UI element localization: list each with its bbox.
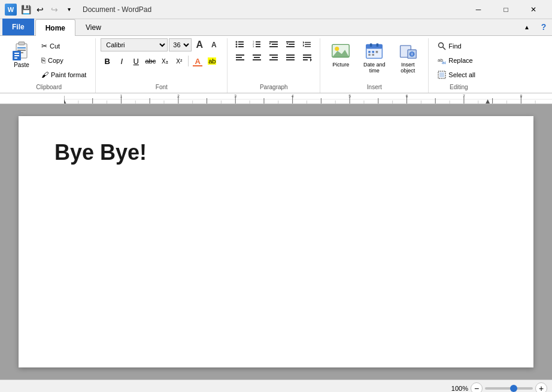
svg-rect-2 — [17, 47, 26, 48]
align-center-button[interactable] — [249, 51, 265, 63]
svg-rect-6 — [14, 53, 19, 54]
copy-button[interactable]: ⎘ Copy — [37, 54, 90, 67]
paragraph-settings-button[interactable] — [299, 51, 315, 63]
help-button[interactable]: ? — [535, 19, 552, 35]
svg-rect-48 — [303, 59, 308, 60]
font-color-icon: A — [195, 57, 201, 66]
svg-point-67 — [439, 43, 444, 48]
svg-text:6: 6 — [406, 94, 408, 98]
strikethrough-button[interactable]: abc — [144, 54, 157, 68]
picture-button[interactable]: Picture — [325, 38, 356, 77]
font-size-controls: A A — [193, 38, 220, 51]
datetime-button[interactable]: Date and time — [359, 38, 390, 77]
justify-button[interactable] — [283, 51, 298, 63]
align-right-button[interactable] — [266, 51, 281, 63]
tab-view[interactable]: View — [75, 19, 111, 35]
document-text[interactable]: Bye Bye! — [54, 140, 498, 165]
svg-marker-49 — [310, 58, 312, 62]
increase-indent-button[interactable] — [266, 38, 281, 50]
highlight-button[interactable]: ab — [205, 54, 219, 68]
maximize-button[interactable]: □ — [492, 0, 520, 19]
svg-rect-40 — [269, 54, 278, 56]
select-all-button[interactable]: Select all — [433, 68, 480, 81]
svg-rect-29 — [305, 42, 311, 43]
window-controls: ─ □ ✕ — [465, 0, 547, 19]
save-button[interactable]: 💾 — [19, 3, 32, 16]
app-icon: W — [5, 4, 17, 16]
quick-access-dropdown[interactable]: ▾ — [62, 3, 75, 16]
subscript-button[interactable]: X₂ — [158, 54, 171, 68]
svg-rect-27 — [286, 46, 295, 47]
minimize-button[interactable]: ─ — [465, 0, 492, 19]
svg-line-68 — [443, 47, 446, 50]
superscript-button[interactable]: X² — [172, 54, 186, 68]
svg-rect-21 — [269, 41, 278, 42]
editing-group: Find abac Replace Select all Editing — [429, 38, 489, 93]
redo-button[interactable]: ↪ — [48, 3, 61, 16]
ribbon-collapse-button[interactable]: ▲ — [518, 19, 535, 35]
bullets-button[interactable] — [232, 38, 248, 50]
document-page: Bye Bye! — [19, 116, 533, 367]
zoom-out-button[interactable]: − — [471, 382, 483, 393]
svg-rect-16 — [256, 41, 260, 42]
tab-file[interactable]: File — [2, 19, 34, 35]
window-title: Document - WordPad — [83, 5, 151, 14]
svg-rect-60 — [369, 54, 371, 56]
svg-rect-38 — [254, 57, 260, 58]
clipboard-group: Paste ✂ Cut ⎘ Copy 🖌 Paint format — [2, 38, 96, 93]
insert-object-button[interactable]: Insert object — [392, 38, 423, 77]
zoom-slider[interactable] — [485, 387, 533, 390]
replace-button[interactable]: abac Replace — [433, 54, 477, 67]
svg-rect-20 — [256, 46, 260, 47]
font-group-content: Calibri 36 A A B I U abc X₂ X² — [101, 38, 222, 81]
svg-rect-36 — [236, 59, 244, 60]
font-family-select[interactable]: Calibri — [101, 38, 168, 51]
svg-rect-46 — [303, 54, 311, 56]
svg-point-13 — [236, 46, 238, 48]
line-spacing-button[interactable] — [299, 38, 315, 50]
ribbon-right-controls: ▲ ? — [518, 19, 552, 35]
svg-rect-56 — [377, 44, 379, 47]
insert-label: Insert — [325, 81, 423, 90]
svg-rect-30 — [305, 44, 311, 45]
document-area: Bye Bye! — [0, 104, 552, 379]
font-label: Font — [101, 81, 222, 90]
svg-point-11 — [236, 44, 238, 45]
find-icon — [438, 42, 446, 50]
svg-text:5: 5 — [348, 94, 351, 98]
close-button[interactable]: ✕ — [520, 0, 547, 19]
picture-label: Picture — [332, 62, 349, 68]
replace-icon: abac — [438, 56, 446, 65]
ruler-svg: 1 2 3 4 5 6 7 8 — [64, 93, 552, 104]
italic-button[interactable]: I — [115, 54, 128, 68]
svg-rect-58 — [372, 51, 375, 53]
svg-marker-28 — [286, 43, 288, 45]
grow-font-button[interactable]: A — [193, 38, 206, 51]
underline-button[interactable]: U — [129, 54, 142, 68]
paragraph-label: Paragraph — [232, 81, 315, 90]
title-bar-left: W 💾 ↩ ↪ ▾ Document - WordPad — [5, 3, 151, 16]
decrease-indent-button[interactable] — [283, 38, 298, 50]
paste-button[interactable]: Paste — [7, 38, 36, 77]
zoom-percent: 100% — [451, 385, 468, 392]
zoom-in-button[interactable]: + — [535, 382, 547, 393]
shrink-font-button[interactable]: A — [207, 38, 220, 51]
paint-format-button[interactable]: 🖌 Paint format — [37, 68, 90, 81]
svg-rect-55 — [370, 44, 372, 47]
find-button[interactable]: Find — [433, 39, 465, 53]
svg-rect-54 — [366, 44, 383, 48]
clipboard-small-buttons: ✂ Cut ⎘ Copy 🖌 Paint format — [37, 38, 90, 81]
select-all-icon — [438, 71, 446, 79]
svg-point-9 — [236, 41, 238, 43]
editing-label: Editing — [433, 81, 484, 90]
bold-button[interactable]: B — [101, 54, 114, 68]
undo-button[interactable]: ↩ — [34, 3, 47, 16]
font-color-button[interactable]: A — [191, 54, 204, 68]
font-row1: Calibri 36 A A — [101, 38, 220, 51]
cut-button[interactable]: ✂ Cut — [37, 39, 90, 53]
numbering-button[interactable]: 1.2.3. — [249, 38, 265, 50]
tab-home[interactable]: Home — [35, 19, 75, 36]
font-size-select[interactable]: 36 — [169, 38, 192, 51]
align-left-button[interactable] — [232, 51, 248, 63]
svg-rect-47 — [303, 57, 311, 58]
